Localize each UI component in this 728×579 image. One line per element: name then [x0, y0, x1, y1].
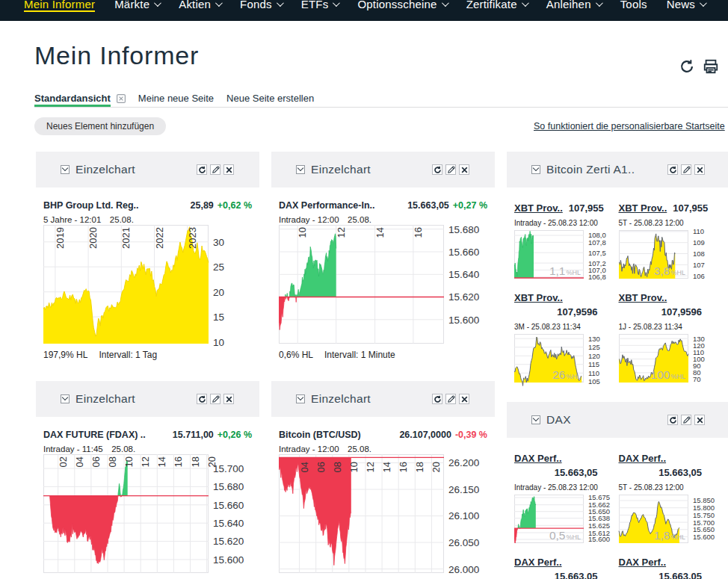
instrument-link[interactable]: DAX Perf..	[514, 557, 562, 568]
mini-head: DAX Perf..15.663,05	[514, 453, 614, 479]
svg-text:106: 106	[693, 272, 705, 280]
instrument-name[interactable]: Bitcoin (BTC/USD)	[279, 429, 395, 442]
y-axis-labels: 108,0107,8107,5107,2107,0106,8	[588, 231, 606, 281]
chevron-down-icon	[62, 394, 68, 400]
nav-item-optionsscheine[interactable]: Optionsscheine	[357, 0, 446, 10]
y-axis-labels: 15.70015.68015.66015.64015.62015.600	[213, 463, 244, 566]
remove-widget-button[interactable]	[694, 164, 705, 175]
high-low-range: 197,9% HL	[43, 350, 87, 360]
tab-label: Meine neue Seite	[138, 93, 214, 104]
nav-item-zertifikate[interactable]: Zertifikate	[466, 0, 527, 10]
instrument-name[interactable]: DAX Performance-In..	[279, 199, 403, 212]
instrument-value: 15.711,00	[173, 429, 214, 442]
remove-widget-button[interactable]	[694, 415, 705, 425]
svg-text:16: 16	[398, 462, 409, 472]
edit-widget-button[interactable]	[445, 394, 456, 404]
view-tabs: StandardansichtMeine neue SeiteNeue Seit…	[34, 93, 728, 108]
add-element-button[interactable]: Neues Element hinzufügen	[34, 117, 166, 135]
refresh-widget-button[interactable]	[197, 164, 207, 175]
remove-widget-button[interactable]	[223, 394, 234, 404]
price-chart: 1101091081071063,8%HL	[619, 230, 719, 279]
period-row: Intraday - 25.08.23 12:00	[514, 219, 614, 227]
svg-text:15.700: 15.700	[213, 463, 244, 474]
collapse-widget-toggle[interactable]	[531, 415, 540, 424]
interval-label: Intervall: 1 Tag	[99, 350, 157, 360]
nav-item-tools[interactable]: Tools	[620, 0, 647, 10]
widget-column-2: EinzelchartDAX Performance-In..15.663,05…	[271, 152, 495, 579]
collapse-widget-toggle[interactable]	[531, 165, 540, 174]
tab-meine-neue-seite[interactable]: Meine neue Seite	[138, 93, 214, 104]
nav-item-news[interactable]: News	[667, 0, 705, 10]
svg-text:02: 02	[58, 456, 69, 467]
instrument-name[interactable]: DAX FUTURE (FDAX) ..	[43, 429, 168, 442]
svg-text:2019: 2019	[55, 227, 66, 249]
edit-widget-button[interactable]	[681, 415, 691, 425]
instrument-link[interactable]: XBT Prov..	[619, 292, 667, 303]
collapse-widget-toggle[interactable]	[296, 165, 305, 174]
mini-head: XBT Prov..107,955	[514, 202, 614, 214]
widget-buttons	[432, 164, 469, 175]
svg-text:15.640: 15.640	[213, 518, 244, 529]
instrument-link[interactable]: DAX Perf..	[514, 453, 562, 464]
period-row: Intraday - 11:45 25.08.	[43, 444, 252, 454]
y-axis-labels: 15.85015.80015.75015.70015.65015.600	[693, 496, 715, 541]
svg-text:108: 108	[693, 250, 705, 258]
svg-text:15.660: 15.660	[448, 247, 479, 258]
instrument-link[interactable]: DAX Perf..	[619, 453, 667, 464]
print-icon[interactable]	[703, 58, 719, 75]
tab-label: Neue Seite erstellen	[226, 93, 314, 104]
widget-body: XBT Prov..107,955Intraday - 25.08.23 12:…	[507, 188, 728, 390]
remove-widget-button[interactable]	[459, 394, 469, 404]
tab-standardansicht[interactable]: Standardansicht	[34, 93, 126, 104]
collapse-widget-toggle[interactable]	[61, 165, 70, 174]
chevron-down-icon	[154, 0, 161, 7]
mini-instrument-block: DAX Perf..15.663,055T - 25.08.23 12:0015…	[619, 453, 724, 543]
instrument-link[interactable]: XBT Prov..	[619, 202, 667, 214]
svg-text:70: 70	[693, 375, 701, 383]
refresh-widget-button[interactable]	[667, 415, 678, 425]
nav-item-anleihen[interactable]: Anleihen	[546, 0, 601, 10]
refresh-widget-button[interactable]	[432, 394, 442, 404]
refresh-widget-button[interactable]	[432, 164, 442, 175]
edit-widget-button[interactable]	[681, 164, 691, 175]
remove-widget-button[interactable]	[459, 164, 469, 175]
instrument-name[interactable]: BHP Group Ltd. Reg..	[43, 199, 186, 212]
refresh-widget-button[interactable]	[197, 394, 207, 404]
chart-canvas: 15.68015.66015.64015.62015.60010121416	[279, 225, 495, 344]
svg-text:18: 18	[414, 462, 425, 472]
edit-widget-button[interactable]	[210, 394, 220, 404]
nav-item-maerkte[interactable]: Märkte	[114, 0, 159, 10]
price-chart: 108,0107,8107,5107,2107,0106,81,1%HL	[514, 230, 614, 279]
collapse-widget-toggle[interactable]	[61, 394, 70, 403]
svg-text:115: 115	[588, 360, 599, 368]
mini-head: DAX Perf..15.663,05	[514, 557, 614, 579]
widget-header: Einzelchart	[36, 381, 259, 417]
nav-item-etfs[interactable]: ETFs	[301, 0, 339, 10]
nav-item-label: Fonds	[240, 0, 272, 10]
widget-grid: EinzelchartBHP Group Ltd. Reg..25,89+0,6…	[36, 152, 728, 579]
refresh-widget-button[interactable]	[667, 164, 678, 175]
refresh-page-icon[interactable]	[679, 58, 695, 75]
svg-text:15.600: 15.600	[693, 533, 715, 541]
svg-text:16: 16	[173, 456, 184, 467]
collapse-widget-toggle[interactable]	[296, 394, 305, 403]
nav-item-label: Anleihen	[546, 0, 591, 10]
nav-item-mein-informer[interactable]: Mein Informer	[24, 0, 95, 12]
widget-buttons	[667, 415, 705, 425]
help-link[interactable]: So funktioniert die personalisierbare St…	[534, 121, 725, 131]
close-tab-icon[interactable]	[117, 94, 126, 103]
svg-text:15.620: 15.620	[448, 291, 479, 303]
edit-widget-button[interactable]	[210, 164, 220, 175]
nav-item-aktien[interactable]: Aktien	[179, 0, 220, 10]
instrument-link[interactable]: DAX Perf..	[619, 557, 667, 568]
svg-text:14: 14	[374, 227, 386, 238]
remove-widget-button[interactable]	[223, 164, 234, 175]
widget-card-einzelchart-dax: EinzelchartDAX Performance-In..15.663,05…	[271, 152, 495, 368]
tab-neue-seite-erstellen[interactable]: Neue Seite erstellen	[226, 93, 314, 104]
edit-widget-button[interactable]	[445, 164, 456, 175]
widget-title: Einzelchart	[75, 392, 197, 406]
nav-item-fonds[interactable]: Fonds	[240, 0, 282, 10]
instrument-link[interactable]: XBT Prov..	[514, 292, 563, 303]
instrument-link[interactable]: XBT Prov..	[514, 202, 563, 214]
y-axis-labels: 15.67515.66215.65015.63815.62515.61215.6…	[588, 493, 610, 543]
